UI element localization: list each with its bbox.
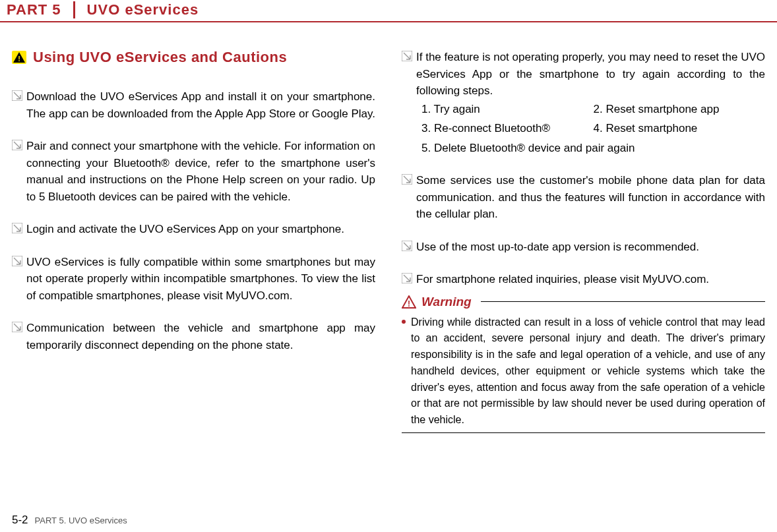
part-label: PART 5 (7, 1, 75, 18)
list-item: If the feature is not operating properly… (402, 49, 765, 156)
step-4: 4. Reset smartphone (594, 120, 766, 137)
arrow-bullet-icon (12, 223, 22, 233)
bullet-dot-icon (402, 320, 406, 324)
arrow-bullet-icon (402, 174, 412, 185)
reset-intro-text: If the feature is not operating properly… (416, 51, 765, 97)
warning-block: ! Warning Driving while distracted can r… (402, 295, 765, 434)
page-header: PART 5 UVO eServices (0, 0, 777, 18)
step-3: 3. Re-connect Bluetooth® (421, 120, 594, 137)
section-heading-text: Using UVO eServices and Cautions (33, 49, 287, 66)
page-footer: 5-2 PART 5. UVO eServices (12, 514, 127, 527)
warning-body: Driving while distracted can result in a… (402, 314, 765, 434)
reset-steps: 1. Try again 2. Reset smartphone app 3. … (421, 101, 765, 157)
list-item: Login and activate the UVO eServices App… (12, 221, 375, 238)
svg-text:!: ! (408, 299, 410, 308)
list-item-text: Communication between the vehicle and sm… (26, 320, 375, 353)
list-item-text: Some services use the customer's mobile … (416, 172, 765, 223)
list-item: For smartphone related inquiries, please… (402, 271, 765, 288)
list-item-text: If the feature is not operating properly… (416, 49, 765, 156)
part-title: UVO eServices (75, 1, 199, 18)
step-5: 5. Delete Bluetooth® device and pair aga… (421, 140, 765, 157)
page-number: 5-2 (12, 514, 28, 527)
caution-badge-icon: ! (12, 51, 26, 64)
content-area: ! Using UVO eServices and Cautions Downl… (0, 22, 777, 433)
footer-text: PART 5. UVO eServices (35, 516, 127, 525)
list-item: Pair and connect your smartphone with th… (12, 138, 375, 205)
list-item: Use of the most up-to-date app version i… (402, 239, 765, 256)
list-item: Some services use the customer's mobile … (402, 172, 765, 223)
list-item-text: Login and activate the UVO eServices App… (26, 221, 375, 238)
list-item: Download the UVO eServices App and insta… (12, 88, 375, 122)
arrow-bullet-icon (402, 241, 412, 251)
step-2: 2. Reset smartphone app (594, 101, 766, 118)
right-column: If the feature is not operating properly… (402, 49, 765, 433)
arrow-bullet-icon (402, 51, 412, 61)
list-item-text: Use of the most up-to-date app version i… (416, 239, 765, 256)
arrow-bullet-icon (12, 90, 22, 101)
step-1: 1. Try again (421, 101, 594, 118)
warning-body-text: Driving while distracted can result in a… (411, 314, 765, 429)
list-item-text: Pair and connect your smartphone with th… (26, 138, 375, 205)
list-item-text: For smartphone related inquiries, please… (416, 271, 765, 288)
section-heading: ! Using UVO eServices and Cautions (12, 49, 375, 66)
warning-triangle-icon: ! (402, 295, 416, 309)
arrow-bullet-icon (12, 256, 22, 266)
list-item: Communication between the vehicle and sm… (12, 320, 375, 353)
arrow-bullet-icon (12, 322, 22, 332)
list-item-text: UVO eServices is fully compatible within… (26, 254, 375, 305)
arrow-bullet-icon (402, 273, 412, 283)
list-item: UVO eServices is fully compatible within… (12, 254, 375, 305)
warning-label: Warning (421, 295, 472, 309)
arrow-bullet-icon (12, 140, 22, 150)
left-column: ! Using UVO eServices and Cautions Downl… (12, 49, 375, 433)
svg-text:!: ! (18, 55, 20, 63)
list-item-text: Download the UVO eServices App and insta… (26, 88, 375, 122)
warning-header: ! Warning (402, 295, 765, 309)
warning-header-line (481, 301, 765, 302)
